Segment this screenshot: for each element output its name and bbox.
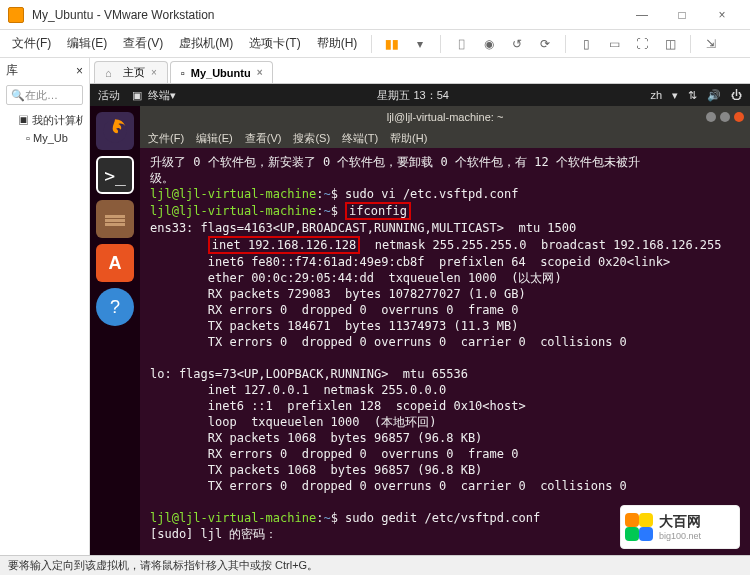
minimize-button[interactable]: — — [622, 3, 662, 27]
library-tree: ▣ 我的计算机 ▫ My_Ub — [0, 107, 89, 150]
app-name[interactable]: 终端 — [148, 88, 170, 103]
separator — [690, 35, 691, 53]
maximize-button[interactable]: □ — [662, 3, 702, 27]
sound-icon[interactable]: 🔊 — [707, 89, 721, 102]
tree-root[interactable]: ▣ 我的计算机 — [6, 111, 83, 130]
prompt-user: ljl@ljl-virtual-machine — [150, 204, 316, 218]
term-menu-edit[interactable]: 编辑(E) — [196, 131, 233, 146]
dock-help[interactable]: ? — [96, 288, 134, 326]
terminal-window: ljl@ljl-virtual-machine: ~ 文件(F) 编辑(E) 查… — [140, 106, 750, 555]
firefox-icon — [101, 117, 129, 145]
window-title: My_Ubuntu - VMware Workstation — [32, 8, 622, 22]
output-line: loop txqueuelen 1000 (本地环回) — [150, 415, 436, 429]
window-titlebar: My_Ubuntu - VMware Workstation — □ × — [0, 0, 750, 30]
statusbar: 要将输入定向到该虚拟机，请将鼠标指针移入其中或按 Ctrl+G。 — [0, 555, 750, 575]
prompt-user: ljl@ljl-virtual-machine — [150, 511, 316, 525]
guest-viewport[interactable]: 活动 ▣ 终端 ▾ 星期五 13：54 zh ▾ ⇅ 🔊 ⏻ — [90, 84, 750, 555]
close-icon[interactable]: × — [76, 64, 83, 78]
term-menu-search[interactable]: 搜索(S) — [293, 131, 330, 146]
dock-software[interactable]: A — [96, 244, 134, 282]
command: sudo gedit /etc/vsftpd.conf — [345, 511, 540, 525]
output-line: TX errors 0 dropped 0 overruns 0 carrier… — [150, 479, 627, 493]
view-unity-icon[interactable]: ◫ — [660, 34, 680, 54]
view-console-icon[interactable]: ▭ — [604, 34, 624, 54]
pause-icon[interactable]: ▮▮ — [382, 34, 402, 54]
clock[interactable]: 星期五 13：54 — [176, 88, 650, 103]
term-menu-file[interactable]: 文件(F) — [148, 131, 184, 146]
tab-vm[interactable]: ▫ My_Ubuntu × — [170, 61, 274, 83]
separator — [440, 35, 441, 53]
power-icon[interactable]: ⏻ — [731, 89, 742, 101]
svg-rect-3 — [105, 223, 125, 226]
output-line: RX packets 729083 bytes 1078277027 (1.0 … — [150, 287, 526, 301]
tabbar: ⌂ 主页 × ▫ My_Ubuntu × — [90, 58, 750, 84]
revert-icon[interactable]: ↺ — [507, 34, 527, 54]
snapshot-icon[interactable]: ◉ — [479, 34, 499, 54]
view-single-icon[interactable]: ▯ — [576, 34, 596, 54]
output-line: TX errors 0 dropped 0 overruns 0 carrier… — [150, 335, 627, 349]
output-line: inet 127.0.0.1 netmask 255.0.0.0 — [150, 383, 446, 397]
watermark-logo-icon — [625, 513, 653, 541]
help-icon: ? — [110, 297, 120, 318]
minimize-icon[interactable] — [706, 112, 716, 122]
output-line: lo: flags=73<UP,LOOPBACK,RUNNING> mtu 65… — [150, 367, 468, 381]
tab-vm-label: My_Ubuntu — [191, 67, 251, 79]
tab-home[interactable]: ⌂ 主页 × — [94, 61, 168, 83]
close-icon[interactable] — [734, 112, 744, 122]
menu-tabs[interactable]: 选项卡(T) — [243, 31, 306, 56]
search-icon: 🔍 — [11, 89, 25, 102]
software-icon: A — [109, 253, 122, 274]
dock-terminal[interactable]: >_ — [96, 156, 134, 194]
prompt-path: ~ — [323, 187, 330, 201]
prompt-path: ~ — [323, 204, 330, 218]
terminal-titlebar[interactable]: ljl@ljl-virtual-machine: ~ — [140, 106, 750, 128]
highlighted-ip: inet 192.168.126.128 — [208, 236, 361, 254]
output-line: 升级了 0 个软件包，新安装了 0 个软件包，要卸载 0 个软件包，有 12 个… — [150, 155, 640, 185]
term-menu-view[interactable]: 查看(V) — [245, 131, 282, 146]
library-search[interactable]: 🔍 在此… — [6, 85, 83, 105]
menu-vm[interactable]: 虚拟机(M) — [173, 31, 239, 56]
menu-help[interactable]: 帮助(H) — [311, 31, 364, 56]
highlighted-command: ifconfig — [345, 202, 411, 220]
stretch-icon[interactable]: ⇲ — [701, 34, 721, 54]
manage-icon[interactable]: ⟳ — [535, 34, 555, 54]
terminal-menubar: 文件(F) 编辑(E) 查看(V) 搜索(S) 终端(T) 帮助(H) — [140, 128, 750, 148]
terminal-output[interactable]: 升级了 0 个软件包，新安装了 0 个软件包，要卸载 0 个软件包，有 12 个… — [140, 148, 750, 555]
close-button[interactable]: × — [702, 3, 742, 27]
search-placeholder: 在此… — [25, 88, 58, 103]
output-line: ens33: flags=4163<UP,BROADCAST,RUNNING,M… — [150, 221, 576, 235]
tab-home-label: 主页 — [123, 65, 145, 80]
menu-file[interactable]: 文件(F) — [6, 31, 57, 56]
output-line: [sudo] ljl 的密码： — [150, 527, 277, 541]
maximize-icon[interactable] — [720, 112, 730, 122]
output-line: TX packets 184671 bytes 11374973 (11.3 M… — [150, 319, 518, 333]
network-icon[interactable]: ⇅ — [688, 89, 697, 102]
term-menu-help[interactable]: 帮助(H) — [390, 131, 427, 146]
view-fullscreen-icon[interactable]: ⛶ — [632, 34, 652, 54]
output-line: TX packets 1068 bytes 96857 (96.8 KB) — [150, 463, 482, 477]
separator — [371, 35, 372, 53]
menu-view[interactable]: 查看(V) — [117, 31, 169, 56]
language-indicator[interactable]: zh — [650, 89, 662, 101]
menubar: 文件(F) 编辑(E) 查看(V) 虚拟机(M) 选项卡(T) 帮助(H) ▮▮… — [0, 30, 750, 58]
dock-files[interactable] — [96, 200, 134, 238]
close-icon[interactable]: × — [151, 67, 157, 78]
terminal-icon: ▣ — [132, 89, 142, 102]
files-icon — [103, 209, 127, 229]
command: sudo vi /etc.vsftpd.conf — [345, 187, 518, 201]
toolbar-dropdown-icon[interactable]: ▾ — [410, 34, 430, 54]
chevron-down-icon: ▾ — [672, 89, 678, 102]
svg-rect-1 — [105, 215, 125, 218]
watermark: 大百网 big100.net — [620, 505, 740, 549]
ubuntu-dock: >_ A ? — [90, 106, 140, 555]
ubuntu-topbar: 活动 ▣ 终端 ▾ 星期五 13：54 zh ▾ ⇅ 🔊 ⏻ — [90, 84, 750, 106]
close-icon[interactable]: × — [257, 67, 263, 78]
output-line: ether 00:0c:29:05:44:dd txqueuelen 1000 … — [150, 271, 562, 285]
terminal-icon: >_ — [104, 165, 126, 186]
term-menu-terminal[interactable]: 终端(T) — [342, 131, 378, 146]
send-ctrl-alt-del-icon[interactable]: ⌷ — [451, 34, 471, 54]
dock-firefox[interactable] — [96, 112, 134, 150]
tree-vm-item[interactable]: ▫ My_Ub — [6, 130, 83, 146]
activities-button[interactable]: 活动 — [98, 88, 120, 103]
menu-edit[interactable]: 编辑(E) — [61, 31, 113, 56]
